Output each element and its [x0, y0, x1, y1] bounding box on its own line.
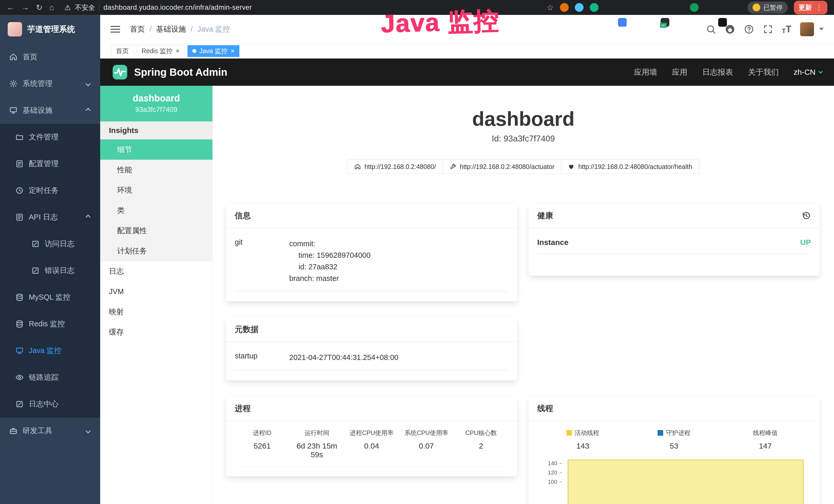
sba-item-mappings[interactable]: 映射 — [100, 302, 213, 322]
paused-badge[interactable]: 已暂停 — [747, 2, 788, 14]
close-icon[interactable]: × — [176, 47, 179, 55]
sidebar-toggle-icon[interactable] — [110, 26, 120, 32]
forward-icon[interactable]: → — [21, 3, 29, 12]
sidebar-item-error-log[interactable]: 错误日志 — [0, 257, 100, 284]
breadcrumb-infra[interactable]: 基础设施 — [156, 24, 186, 35]
process-stats: 进程ID 5261 运行时间 6d 23h 15m 59s 进程CPU使用率 0… — [235, 429, 509, 467]
chevron-down-icon — [86, 428, 91, 433]
sidebar-item-config[interactable]: 配置管理 — [0, 151, 100, 177]
monitor-icon — [9, 106, 18, 115]
sba-item-environment[interactable]: 环境 — [100, 180, 213, 200]
emoji-face-icon — [752, 4, 760, 11]
sba-group-insights: Insights — [100, 121, 213, 139]
sba-item-classes[interactable]: 类 — [100, 200, 213, 221]
card-title: 元数据 — [235, 324, 259, 335]
metadata-value: 2021-04-27T00:44:31.254+08:00 — [289, 352, 398, 363]
update-label: 更新 — [798, 3, 812, 12]
instance-id-line: Id: 93a3fc7f7409 — [213, 134, 834, 143]
url-text: dashboard.yudao.iocoder.cn/infra/admin-s… — [104, 4, 252, 12]
address-bar[interactable]: ⚠ 不安全 dashboard.yudao.iocoder.cn/infra/a… — [64, 3, 252, 12]
cards-grid: 信息 git commit: time: 1596289704000 id: 2… — [226, 204, 820, 504]
extension-icon-grid[interactable] — [618, 18, 627, 27]
sba-nav-applications[interactable]: 应用 — [672, 67, 687, 77]
history-icon[interactable] — [802, 211, 811, 220]
health-card: 健康 Instance UP — [529, 204, 820, 276]
metadata-key: startup — [235, 352, 289, 363]
avatar-caret-icon[interactable] — [819, 28, 824, 30]
chevron-down-icon — [818, 69, 823, 74]
sidebar-item-dev-tools[interactable]: 研发工具 — [0, 417, 100, 444]
extension-icon-switch[interactable]: on — [661, 18, 670, 27]
instance-name: dashboard — [105, 93, 207, 104]
chrome-toolbar: ☆ on 已暂停 更新 ⋮ — [547, 0, 827, 27]
breadcrumb-home[interactable]: 首页 — [130, 24, 145, 35]
extension-icon-green[interactable] — [590, 3, 598, 12]
card-title: 线程 — [537, 403, 553, 414]
sidebar-item-files[interactable]: 文件管理 — [0, 124, 100, 151]
extension-icon-drop[interactable] — [575, 3, 584, 12]
tab-redis-monitor[interactable]: Redis 监控 × — [137, 45, 184, 57]
sba-item-details[interactable]: 细节 — [100, 139, 213, 160]
tab-home[interactable]: 首页 — [111, 45, 134, 57]
sba-brand[interactable]: Spring Boot Admin — [112, 64, 227, 80]
breadcrumb-current: Java 监控 — [197, 24, 230, 35]
admin-sidebar: 芋道管理系统 首页 系统管理 基础设施 文件管理 配置管理 定时任务 API 日… — [0, 15, 100, 504]
sba-item-caches[interactable]: 缓存 — [100, 322, 213, 342]
on-badge: on — [660, 23, 667, 28]
sba-item-scheduled-tasks[interactable]: 计划任务 — [100, 241, 213, 261]
health-url-link[interactable]: http://192.168.0.2:48080/actuator/health — [561, 159, 699, 174]
actuator-url-link[interactable]: http://192.168.0.2:48080/actuator — [443, 159, 561, 174]
sba-instance-header[interactable]: dashboard 93a3fc7f7409 — [100, 86, 213, 121]
extension-icon-puzzle[interactable] — [718, 18, 727, 27]
sidebar-item-access-log[interactable]: 访问日志 — [0, 231, 100, 257]
edit-log-icon — [16, 400, 24, 408]
sba-item-metrics[interactable]: 性能 — [100, 160, 213, 180]
sba-nav-wallboard[interactable]: 应用墙 — [634, 67, 657, 77]
extension-icon-leaf[interactable] — [690, 3, 699, 12]
folder-icon — [16, 133, 24, 141]
sba-item-logs[interactable]: 日志 — [100, 261, 213, 281]
home-icon[interactable]: ⌂ — [49, 3, 54, 12]
stat-uptime: 运行时间 6d 23h 15m 59s — [289, 429, 344, 459]
card-title: 健康 — [537, 210, 553, 221]
metadata-card: 元数据 startup 2021-04-27T00:44:31.254+08:0… — [226, 317, 517, 381]
instance-id: 93a3fc7f7409 — [105, 106, 207, 114]
sidebar-item-log-center[interactable]: 日志中心 — [0, 391, 100, 417]
bookmark-star-icon[interactable]: ☆ — [547, 3, 554, 12]
sidebar-item-jobs[interactable]: 定时任务 — [0, 177, 100, 204]
document-icon — [16, 160, 24, 168]
wrench-icon — [449, 163, 456, 170]
locale-selector[interactable]: zh-CN — [794, 68, 822, 76]
service-url-link[interactable]: http://192.168.0.2:48080/ — [347, 159, 443, 174]
sidebar-item-mysql[interactable]: MySQL 监控 — [0, 284, 100, 311]
paused-label: 已暂停 — [763, 3, 783, 12]
instance-label: Instance — [537, 238, 569, 247]
card-title: 进程 — [235, 403, 251, 414]
sba-nav-about[interactable]: 关于我们 — [748, 67, 779, 77]
security-label: 不安全 — [75, 3, 95, 12]
monitor-icon — [16, 347, 24, 355]
update-button[interactable]: 更新 ⋮ — [794, 1, 827, 15]
close-icon[interactable]: × — [231, 47, 235, 55]
sba-logo-icon — [112, 64, 128, 80]
stat-cpu-cores: CPU核心数 2 — [454, 429, 508, 459]
sidebar-item-tracing[interactable]: 链路追踪 — [0, 364, 100, 391]
sba-item-jvm[interactable]: JVM — [100, 281, 213, 302]
sidebar-item-api-log[interactable]: API 日志 — [0, 204, 100, 231]
sba-item-config-props[interactable]: 配置属性 — [100, 221, 213, 241]
gear-icon — [9, 79, 18, 88]
back-icon[interactable]: ← — [7, 3, 15, 12]
sidebar-item-system[interactable]: 系统管理 — [0, 70, 100, 97]
sidebar-item-home[interactable]: 首页 — [0, 44, 100, 70]
sidebar-item-java-monitor[interactable]: Java 监控 — [0, 337, 100, 364]
sidebar-item-redis[interactable]: Redis 监控 — [0, 311, 100, 337]
refresh-icon[interactable]: ↻ — [36, 3, 43, 12]
tab-java-monitor[interactable]: Java 监控 × — [188, 45, 239, 57]
instance-title: dashboard — [213, 107, 834, 131]
extension-icon-fox[interactable] — [560, 3, 569, 12]
sba-sidebar: dashboard 93a3fc7f7409 Insights 细节 性能 环境… — [100, 86, 213, 504]
sidebar-item-infra[interactable]: 基础设施 — [0, 97, 100, 124]
app-logo[interactable]: 芋道管理系统 — [0, 15, 100, 44]
health-row-instance[interactable]: Instance UP — [537, 238, 811, 254]
sba-nav-journal[interactable]: 日志报表 — [702, 67, 733, 77]
